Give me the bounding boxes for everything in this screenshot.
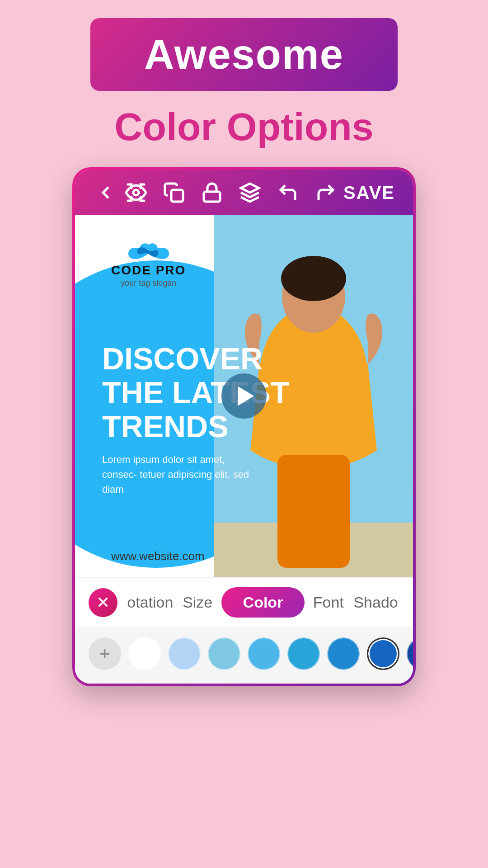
- color-swatch-white[interactable]: [128, 637, 161, 670]
- tab-color[interactable]: Color: [221, 587, 305, 618]
- back-button[interactable]: [93, 180, 118, 205]
- promo-area: Awesome Color Options: [0, 0, 488, 700]
- color-swatch-light-blue-1[interactable]: [168, 637, 201, 670]
- toolbar: SAVE: [75, 170, 413, 215]
- design-content: CODE PRO your tag slogan DISCOVER THE LA…: [75, 215, 413, 577]
- headline: DISCOVER THE LATEST TRENDS Lorem ipsum d…: [102, 342, 289, 497]
- logo-icon: [128, 238, 169, 260]
- svg-marker-3: [241, 184, 259, 193]
- tabs-row: ✕ otation Size Color Font Shado: [75, 577, 413, 627]
- layers-icon: [239, 182, 261, 203]
- play-icon: [238, 386, 254, 406]
- tab-font[interactable]: Font: [305, 589, 352, 616]
- color-swatch-light-blue-2[interactable]: [208, 637, 240, 670]
- color-swatch-blue-2[interactable]: [287, 637, 320, 670]
- tab-size[interactable]: Size: [174, 589, 221, 616]
- tab-shadow[interactable]: Shado: [352, 589, 399, 616]
- save-button[interactable]: SAVE: [343, 183, 395, 203]
- awesome-banner: Awesome: [90, 18, 398, 91]
- website-url: www.website.com: [111, 549, 205, 563]
- color-swatch-blue-1[interactable]: [248, 637, 280, 670]
- tab-rotation[interactable]: otation: [127, 589, 174, 616]
- tab-close-button[interactable]: ✕: [89, 588, 117, 617]
- svg-rect-1: [171, 190, 183, 202]
- copy-icon: [163, 182, 185, 203]
- logo-area: CODE PRO your tag slogan: [111, 238, 186, 288]
- headline-line1: DISCOVER: [102, 342, 289, 376]
- colors-row: +: [75, 627, 413, 684]
- eye-scan-icon: [125, 182, 147, 203]
- device-frame: SAVE: [72, 167, 416, 686]
- awesome-text: Awesome: [144, 31, 344, 77]
- svg-rect-2: [204, 192, 220, 202]
- logo-name: CODE PRO: [111, 263, 186, 278]
- layers-button[interactable]: [237, 180, 263, 205]
- headline-line3: TRENDS: [102, 410, 289, 443]
- eye-scan-button[interactable]: [123, 180, 149, 205]
- color-swatch-blue-3[interactable]: [327, 637, 360, 670]
- play-button[interactable]: [221, 373, 267, 419]
- bottom-panel: ✕ otation Size Color Font Shado: [75, 577, 413, 684]
- svg-point-0: [133, 190, 139, 195]
- add-color-button[interactable]: +: [89, 637, 121, 670]
- lock-icon: [201, 182, 223, 203]
- color-options-text: Color Options: [114, 104, 373, 149]
- svg-point-8: [281, 256, 346, 301]
- infinity-icon: [128, 238, 169, 260]
- canvas-area: CODE PRO your tag slogan DISCOVER THE LA…: [75, 215, 413, 577]
- body-text: Lorem ipsum dolor sit amet, consec- tetu…: [102, 452, 256, 497]
- toolbar-icons-group: [123, 180, 338, 205]
- redo-button[interactable]: [313, 180, 338, 205]
- lock-button[interactable]: [199, 180, 225, 205]
- undo-icon: [277, 182, 299, 203]
- logo-slogan: your tag slogan: [121, 278, 176, 288]
- close-icon: ✕: [96, 594, 110, 611]
- add-color-icon: +: [99, 645, 110, 663]
- color-swatch-blue-4[interactable]: [367, 637, 399, 670]
- copy-button[interactable]: [161, 180, 187, 205]
- redo-icon: [315, 182, 337, 203]
- undo-button[interactable]: [275, 180, 300, 205]
- color-swatch-blue-5[interactable]: [407, 637, 416, 670]
- back-icon: [95, 182, 117, 203]
